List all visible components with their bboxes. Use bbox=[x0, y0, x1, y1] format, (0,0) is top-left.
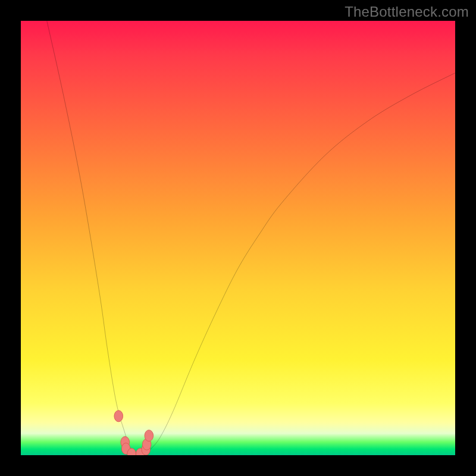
watermark-text: TheBottleneck.com bbox=[345, 4, 469, 20]
outer-frame: TheBottleneck.com bbox=[0, 0, 476, 476]
plot-area bbox=[21, 21, 455, 455]
chart-svg bbox=[21, 21, 455, 455]
data-marker bbox=[145, 430, 154, 441]
curve-group bbox=[47, 21, 455, 455]
marker-group bbox=[114, 411, 154, 455]
bottleneck-curve bbox=[47, 21, 455, 455]
data-marker bbox=[114, 411, 123, 422]
